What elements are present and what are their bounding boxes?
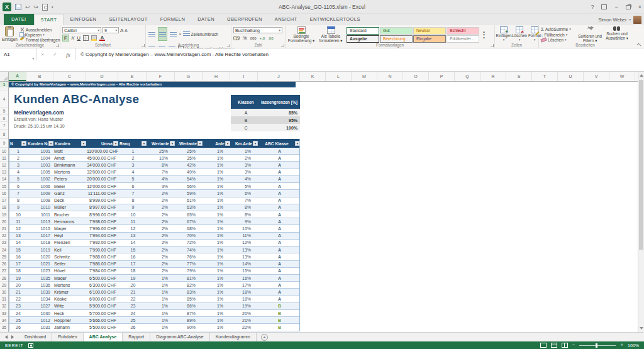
cell-anteil[interactable]: 1% [203, 184, 231, 189]
cell-nr[interactable]: 26 [9, 325, 27, 330]
cell-kum-anteil[interactable]: 11% [231, 233, 258, 238]
table-row[interactable]: 23 1027 Witte 5'900.00 CHF 23 1% 86% 1% … [9, 303, 299, 310]
zoom-out-icon[interactable]: − [572, 343, 575, 348]
table-header-cell[interactable]: Kunden Nr. ▼ [27, 139, 54, 148]
row-header[interactable]: 21 [0, 225, 8, 232]
cell-nr[interactable]: 5 [9, 177, 27, 181]
cell-kunde[interactable]: Heck [54, 311, 87, 316]
cell-wertanteil[interactable]: 2% [147, 255, 175, 259]
ribbon-tab[interactable]: ANSICHT [269, 14, 304, 25]
cell-anteil[interactable]: 1% [203, 213, 231, 217]
table-row[interactable]: 19 1035 Mager 6'500.00 CHF 19 1% 81% 1% … [9, 275, 299, 282]
shrink-font-icon[interactable]: A [125, 28, 127, 33]
cell-kum-anteil[interactable]: 5% [231, 184, 258, 189]
font-family-select[interactable]: Calibri▾ [62, 27, 101, 33]
cell-kunde[interactable]: Brinkmann [54, 163, 87, 167]
cell-kunden-nr[interactable]: 1009 [27, 191, 54, 196]
cell-kum-wertanteil[interactable]: 67% [175, 219, 203, 224]
table-header-cell[interactable]: Ante ▼ [203, 139, 231, 148]
cell-wertanteil[interactable]: 7% [147, 170, 175, 174]
cell-abc-klasse[interactable]: A [258, 163, 301, 167]
cell-rang[interactable]: 17 [119, 262, 147, 266]
cell-anteil[interactable]: 1% [203, 276, 231, 280]
cell-kunden-nr[interactable]: 1011 [27, 213, 54, 217]
cell-anteil[interactable]: 1% [203, 149, 231, 153]
cell-abc-klasse[interactable]: A [258, 184, 301, 189]
wrap-text-button[interactable]: Zeilenumbruch [183, 31, 219, 36]
cell-kunde[interactable]: Höppner [54, 318, 87, 323]
cell-kum-anteil[interactable]: 13% [231, 255, 258, 259]
column-header[interactable]: Q [455, 72, 480, 81]
cell-kum-wertanteil[interactable]: 35% [175, 156, 203, 160]
cell-anteil[interactable]: 1% [203, 177, 231, 181]
cell-wertanteil[interactable]: 10% [147, 156, 175, 160]
vertical-scrollbar[interactable] [638, 72, 644, 332]
cell-umsatz[interactable]: 8'997.00 CHF [87, 205, 119, 209]
cell-kum-anteil[interactable]: 20% [231, 311, 258, 316]
cell-anteil[interactable]: 1% [203, 262, 231, 266]
cell-abc-klasse[interactable]: A [258, 198, 301, 202]
underline-button[interactable]: U [77, 35, 80, 41]
cell-wertanteil[interactable]: 2% [147, 248, 175, 252]
cell-nr[interactable]: 2 [9, 156, 27, 160]
row-header[interactable]: 16 [0, 190, 8, 197]
row-header[interactable]: 22 [0, 233, 8, 240]
row-header[interactable]: 31 [0, 296, 8, 303]
cell-kunden-nr[interactable]: 1013 [27, 219, 54, 224]
cell-abc-klasse[interactable]: B [258, 325, 301, 330]
dialog-launcher-icon[interactable] [281, 44, 284, 47]
cell-kunde[interactable]: Arndt [54, 156, 87, 160]
ribbon-tab[interactable]: ENTWICKLERTOOLS [303, 14, 366, 25]
cell-kunden-nr[interactable]: 1031 [27, 325, 54, 330]
table-header-cell[interactable]: Wertante ▼ [147, 139, 175, 148]
cell-kum-anteil[interactable]: 13% [231, 248, 258, 252]
page-layout-view-icon[interactable] [551, 343, 557, 348]
cell-kunde[interactable]: Heyl [54, 233, 87, 238]
cell-anteil[interactable]: 1% [203, 156, 231, 160]
dialog-launcher-icon[interactable] [227, 44, 230, 47]
cell-style-chip[interactable]: Erklärender ... [447, 35, 479, 43]
cell-kunde[interactable]: Müller [54, 205, 87, 209]
cell-kum-anteil[interactable]: 6% [231, 191, 258, 196]
number-format-select[interactable]: Buchhaltung▾ [233, 27, 282, 33]
sheet-tab[interactable]: Dashboard [19, 333, 52, 341]
cell-kum-wertanteil[interactable]: 83% [175, 290, 203, 294]
filter-dropdown-icon[interactable]: ▼ [295, 141, 300, 146]
cell-nr[interactable]: 22 [9, 297, 27, 301]
cell-kunden-nr[interactable]: 1020 [27, 255, 54, 259]
cell-umsatz[interactable]: 32'000.00 CHF [87, 170, 119, 174]
cell-umsatz[interactable]: 5'900.00 CHF [87, 304, 119, 308]
table-header-cell[interactable]: Km.Ante ▼ [231, 139, 258, 148]
cell-abc-klasse[interactable]: A [258, 240, 301, 245]
cell-umsatz[interactable]: 7'998.00 CHF [87, 219, 119, 224]
cancel-icon[interactable]: × [41, 52, 44, 57]
table-row[interactable]: 16 1020 Schmitz 7'988.00 CHF 16 2% 76% 1… [9, 253, 299, 260]
cell-abc-klasse[interactable]: A [258, 255, 301, 259]
cell-kum-wertanteil[interactable]: 79% [175, 269, 203, 273]
table-row[interactable]: 7 1009 Ganz 11'111.00 CHF 7 2% 59% 1% 6%… [9, 190, 299, 197]
row-header[interactable]: 15 [0, 183, 8, 190]
column-header[interactable]: V [584, 72, 609, 81]
column-header[interactable]: P [429, 72, 455, 81]
column-header[interactable]: R [480, 72, 506, 81]
scroll-up-icon[interactable] [638, 72, 644, 79]
cell-umsatz[interactable]: 5'700.00 CHF [87, 311, 119, 316]
bold-button[interactable]: F [62, 35, 69, 42]
cell-abc-klasse[interactable]: A [258, 177, 301, 181]
cell-kunde[interactable]: Mager [54, 276, 87, 280]
cell-kunde[interactable]: Hermanns [54, 219, 87, 224]
zoom-in-icon[interactable]: + [620, 343, 623, 348]
cell-kum-anteil[interactable]: 15% [231, 269, 258, 273]
cell-kum-anteil[interactable]: 16% [231, 276, 258, 280]
table-row[interactable]: 2 1004 Arndt 45'000.00 CHF 2 10% 35% 1% … [9, 155, 299, 162]
formula-input[interactable]: © Copyright by MeineVorlagen – www.Meine… [75, 48, 644, 60]
cell-kum-wertanteil[interactable]: 90% [175, 325, 203, 330]
cell-kum-anteil[interactable]: 14% [231, 262, 258, 266]
cell-abc-klasse[interactable]: A [258, 297, 301, 301]
cell-abc-klasse[interactable]: A [258, 191, 301, 196]
filter-dropdown-icon[interactable]: ▼ [81, 141, 86, 146]
table-header-cell[interactable]: N ▼ [9, 139, 27, 148]
cell-umsatz[interactable]: 20'000.00 CHF [87, 177, 119, 181]
cell-kum-wertanteil[interactable]: 76% [175, 255, 203, 259]
cell-kunden-nr[interactable]: 1005 [27, 170, 54, 174]
